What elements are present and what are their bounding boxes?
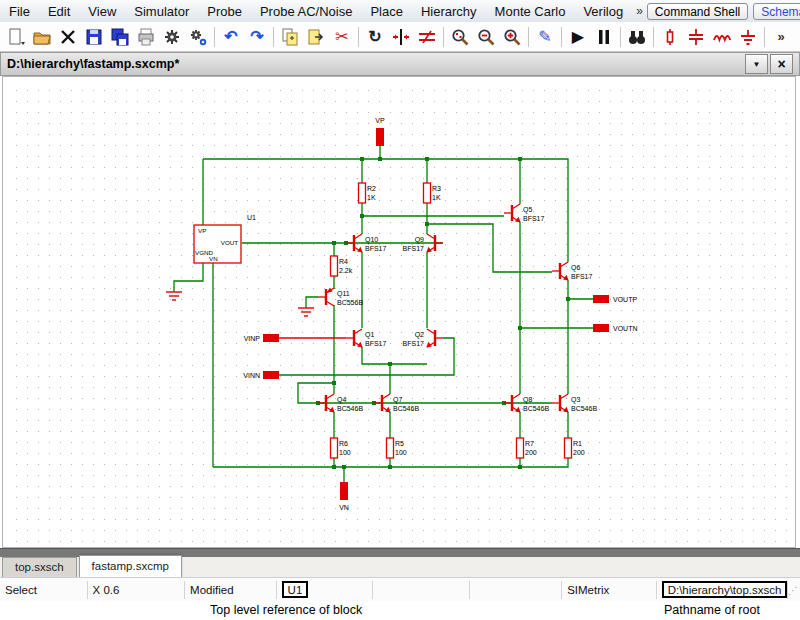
settings-gear-icon[interactable] [159, 25, 185, 49]
status-cell-3: U1 [277, 581, 374, 599]
menu-overflow-chevron[interactable]: » [632, 4, 647, 18]
svg-text:1K: 1K [367, 194, 376, 201]
svg-text:VN: VN [339, 504, 349, 511]
place-inductor-icon[interactable] [709, 25, 735, 49]
svg-text:VINP: VINP [244, 335, 261, 342]
menu-item-edit[interactable]: Edit [39, 2, 79, 21]
toolbar-separator [653, 27, 654, 47]
svg-text:BFS17: BFS17 [365, 245, 387, 252]
resistor-r6[interactable]: R6100 [331, 438, 351, 458]
schematic-window-titlebar: D:\hierarchy\fastamp.sxcmp* ▼ × [0, 52, 800, 76]
menu-item-hierarchy[interactable]: Hierarchy [412, 2, 486, 21]
transistor-q11[interactable]: Q11BC556B [318, 287, 363, 306]
copy-icon[interactable] [277, 25, 303, 49]
terminal-vp[interactable]: VP [375, 117, 385, 146]
transistor-q2[interactable]: Q2BFS17 [403, 329, 443, 347]
annotate-pencil-icon[interactable]: ✎ [532, 25, 558, 49]
refresh-icon[interactable]: ↻ [362, 25, 388, 49]
schematic-drawing: Q10BFS17Q9BFS17Q5BFS17Q6BFS17Q1BFS17Q2BF… [3, 77, 796, 548]
pause-simulation-icon[interactable] [591, 25, 617, 49]
schematic-editor-selector[interactable]: Schematic Editor▼ [753, 3, 800, 20]
menu-bar: FileEditViewSimulatorProbeProbe AC/Noise… [0, 0, 800, 23]
menu-item-place[interactable]: Place [361, 2, 412, 21]
svg-text:Q7: Q7 [393, 396, 402, 404]
resize-grip[interactable]: ⋰ [788, 585, 798, 596]
place-ground-icon[interactable] [735, 25, 761, 49]
resistor-r7[interactable]: R7200 [517, 438, 537, 458]
toggle-junction-icon[interactable] [388, 25, 414, 49]
transistor-q1[interactable]: Q1BFS17 [346, 329, 387, 347]
svg-text:100: 100 [395, 449, 407, 456]
toolbar-separator [764, 27, 765, 47]
toolbar-separator [620, 27, 621, 47]
terminal-voutn[interactable]: VOUTN [593, 324, 638, 332]
cut-icon[interactable]: ✂ [329, 25, 355, 49]
svg-text:200: 200 [525, 449, 537, 456]
bus-icon[interactable] [414, 25, 440, 49]
transistor-q3[interactable]: Q3BC546B [552, 394, 597, 412]
svg-text:1K: 1K [432, 194, 441, 201]
status-bar: SelectX 0.6ModifiedU1SIMetrixD:\hierarch… [0, 577, 800, 602]
resistor-r5[interactable]: R5100 [387, 438, 407, 458]
place-capacitor-icon[interactable] [683, 25, 709, 49]
schematic-editor-label: Schematic Editor [761, 5, 800, 19]
menu-item-probe[interactable]: Probe [198, 2, 251, 21]
ground-symbol-2[interactable] [298, 308, 314, 316]
paste-icon[interactable] [303, 25, 329, 49]
svg-text:R7: R7 [525, 440, 534, 447]
sheet-tab-top-sxsch[interactable]: top.sxsch [2, 557, 77, 577]
save-all-icon[interactable] [107, 25, 133, 49]
menu-item-verilog[interactable]: Verilog [574, 2, 632, 21]
svg-text:R6: R6 [339, 440, 348, 447]
status-cell-1: X 0.6 [88, 581, 186, 599]
close-icon[interactable] [55, 25, 81, 49]
zoom-in-icon[interactable] [499, 25, 525, 49]
schematic-canvas[interactable]: Q10BFS17Q9BFS17Q5BFS17Q6BFS17Q1BFS17Q2BF… [2, 76, 796, 548]
menu-item-view[interactable]: View [79, 2, 125, 21]
window-shade-button[interactable]: ▼ [745, 54, 768, 74]
zoom-area-icon[interactable] [447, 25, 473, 49]
resistor-r2[interactable]: R21K [359, 183, 377, 203]
svg-text:BFS17: BFS17 [403, 245, 425, 252]
place-resistor-icon[interactable] [657, 25, 683, 49]
sheet-tab-fastamp-sxcmp[interactable]: fastamp.sxcmp [79, 555, 182, 577]
svg-text:VINN: VINN [243, 372, 260, 379]
ground-symbol-1[interactable] [166, 292, 182, 300]
status-cell-4 [373, 581, 470, 599]
more-tools-icon[interactable]: » [768, 25, 794, 49]
svg-text:Q4: Q4 [337, 396, 346, 404]
toolbar-separator [273, 27, 274, 47]
menu-item-file[interactable]: File [0, 2, 39, 21]
save-icon[interactable] [81, 25, 107, 49]
svg-text:Q10: Q10 [365, 236, 378, 244]
menu-item-probe-ac-noise[interactable]: Probe AC/Noise [251, 2, 362, 21]
menu-item-monte-carlo[interactable]: Monte Carlo [486, 2, 575, 21]
run-simulation-icon[interactable]: ▶ [565, 25, 591, 49]
terminal-voutp[interactable]: VOUTP [593, 295, 637, 303]
terminal-vn[interactable]: VN [339, 482, 349, 511]
run-settings-gear-icon[interactable] [185, 25, 211, 49]
resistor-r3[interactable]: R31K [424, 183, 442, 203]
resistor-r1[interactable]: R1200 [565, 438, 585, 458]
redo-icon[interactable]: ↷ [244, 25, 270, 49]
transistor-q6[interactable]: Q6BFS17 [552, 262, 593, 280]
status-annotated-value: U1 [282, 581, 309, 598]
undo-icon[interactable]: ↶ [218, 25, 244, 49]
print-icon[interactable] [133, 25, 159, 49]
status-cell-0: Select [0, 581, 88, 599]
svg-text:100: 100 [339, 449, 351, 456]
terminal-vinp[interactable]: VINP [244, 334, 279, 342]
open-folder-icon[interactable] [29, 25, 55, 49]
zoom-out-icon[interactable] [473, 25, 499, 49]
menu-item-simulator[interactable]: Simulator [125, 2, 198, 21]
window-close-button[interactable]: × [770, 54, 793, 74]
transistor-q5[interactable]: Q5BFS17 [504, 204, 545, 222]
new-file-icon[interactable] [3, 25, 29, 49]
svg-text:BC546B: BC546B [523, 405, 549, 412]
resistor-r4[interactable]: R42.2k [331, 256, 353, 276]
status-cell-5 [470, 581, 563, 599]
find-binoculars-icon[interactable] [624, 25, 650, 49]
terminal-vinn[interactable]: VINN [243, 371, 279, 379]
svg-text:R1: R1 [573, 440, 582, 447]
command-shell-button[interactable]: Command Shell [647, 3, 748, 20]
